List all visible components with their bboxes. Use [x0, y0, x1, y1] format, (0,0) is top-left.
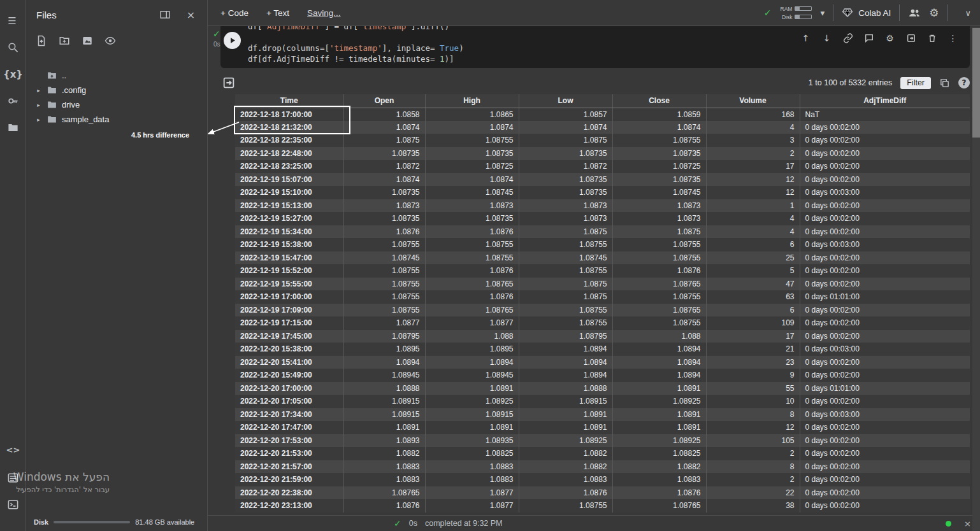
code-snippets-icon[interactable]: <> [6, 443, 20, 457]
table-row[interactable]: 2022-12-19 15:34:001.08761.08761.08751.0… [235, 225, 970, 239]
delete-cell-trash-icon[interactable] [926, 32, 937, 43]
table-row[interactable]: 2022-12-20 17:53:001.08931.089351.089251… [235, 434, 970, 448]
table-cell: 0 days 00:02:00 [800, 121, 970, 134]
table-row[interactable]: 2022-12-19 15:47:001.087451.087551.08745… [235, 251, 970, 265]
mount-drive-icon[interactable] [81, 34, 93, 46]
column-header-volume[interactable]: Volume [706, 94, 800, 108]
close-panel-icon[interactable]: × [185, 9, 197, 21]
table-row[interactable]: 2022-12-20 22:38:001.087651.08771.08761.… [235, 486, 970, 500]
code-line[interactable]: df[df.AdjTimeDiff != timedelta(minutes= … [248, 53, 970, 64]
table-row[interactable]: 2022-12-20 21:53:001.08821.088251.08821.… [235, 447, 970, 460]
collapse-header-icon[interactable]: ∨ [965, 8, 971, 18]
move-cell-up-icon[interactable]: ↑ [800, 32, 811, 43]
expand-arrow-icon[interactable]: ▸ [35, 102, 42, 108]
table-row[interactable]: 2022-12-18 22:35:001.08751.087551.08751.… [235, 134, 970, 147]
table-row[interactable]: 2022-12-20 17:05:001.089151.089251.08915… [235, 395, 970, 408]
column-header-close[interactable]: Close [612, 94, 706, 108]
table-row[interactable]: 2022-12-19 15:52:001.087551.08761.087551… [235, 264, 970, 278]
file-tree-item-config[interactable]: ▸.config [35, 83, 207, 97]
comment-icon[interactable] [863, 32, 874, 43]
column-header-time[interactable]: Time [235, 94, 343, 108]
code-cell[interactable]: df['AdjTimeDiff'] = df['timestamp'].diff… [220, 26, 970, 68]
table-row[interactable]: 2022-12-20 23:13:001.08761.08771.087551.… [235, 499, 970, 513]
table-row[interactable]: 2022-12-19 17:15:001.08771.08771.087551.… [235, 316, 970, 330]
search-icon[interactable] [6, 41, 20, 54]
table-row[interactable]: 2022-12-20 15:41:001.08941.08941.08941.0… [235, 356, 970, 369]
table-cell: 1.0876 [519, 486, 612, 500]
saving-status-link[interactable]: Saving... [307, 8, 341, 18]
table-row[interactable]: 2022-12-20 17:47:001.08911.08911.08911.0… [235, 421, 970, 434]
table-row[interactable]: 2022-12-19 15:07:001.08741.08741.087351.… [235, 173, 970, 187]
secrets-key-icon[interactable] [6, 94, 20, 108]
collapse-panel-icon[interactable] [159, 9, 171, 21]
table-of-contents-icon[interactable] [6, 14, 20, 27]
files-toolbar [26, 29, 207, 54]
colab-ai-button[interactable]: Colab AI [842, 7, 891, 18]
table-cell: 1.0874 [612, 121, 706, 134]
cell-settings-gear-icon[interactable]: ⚙ [884, 32, 895, 43]
column-header-open[interactable]: Open [343, 94, 425, 108]
main-area: + Code + Text Saving... ✓ RAM Disk ▾ [208, 0, 980, 531]
table-cell: 2 [706, 473, 800, 486]
variables-icon[interactable]: {x} [6, 67, 20, 81]
output-window-icon[interactable] [222, 76, 236, 90]
table-row[interactable]: 2022-12-20 21:57:001.08831.08831.08821.0… [235, 460, 970, 474]
move-cell-down-icon[interactable]: ↓ [821, 32, 832, 43]
file-tree-item-drive[interactable]: ▸drive [35, 97, 207, 112]
mirror-cell-icon[interactable] [905, 32, 916, 43]
expand-arrow-icon[interactable]: ▸ [35, 117, 42, 123]
table-cell: 1.08765 [425, 304, 519, 317]
upload-file-icon[interactable] [35, 34, 47, 46]
new-folder-icon[interactable] [58, 34, 70, 46]
more-actions-icon[interactable]: ⋮ [948, 32, 958, 43]
status-check-icon: ✓ [394, 518, 401, 528]
table-row[interactable]: 2022-12-20 21:59:001.08831.08831.08831.0… [235, 473, 970, 486]
table-row[interactable]: 2022-12-18 21:32:001.08741.08741.08741.0… [235, 121, 970, 134]
table-row[interactable]: 2022-12-19 17:00:001.087551.08761.08751.… [235, 290, 970, 304]
terminal-icon[interactable] [6, 471, 20, 485]
table-row[interactable]: 2022-12-19 15:38:001.087551.087551.08755… [235, 238, 970, 251]
table-cell: 1.0894 [612, 356, 706, 369]
file-tree-item-sample_data[interactable]: ▸sample_data [35, 112, 207, 127]
table-cell: 0 days 00:02:00 [800, 434, 970, 448]
table-row[interactable]: 2022-12-19 17:09:001.087551.087651.08755… [235, 304, 970, 317]
file-tree-item-[interactable]: .. [35, 68, 207, 83]
filter-button[interactable]: Filter [900, 77, 931, 89]
column-header-high[interactable]: High [425, 94, 519, 108]
share-people-icon[interactable] [908, 6, 921, 19]
table-row[interactable]: 2022-12-20 17:00:001.08881.08911.08881.0… [235, 382, 970, 395]
link-cell-icon[interactable] [842, 32, 853, 43]
table-row[interactable]: 2022-12-20 17:34:001.089151.089151.08911… [235, 408, 970, 421]
table-cell: 1.0874 [425, 121, 519, 134]
table-row[interactable]: 2022-12-18 22:48:001.087351.087351.08735… [235, 147, 970, 160]
table-row[interactable]: 2022-12-18 23:25:001.08721.087251.08721.… [235, 160, 970, 173]
help-icon[interactable]: ? [958, 77, 970, 88]
scrollbar-thumb[interactable] [972, 28, 980, 138]
table-row[interactable]: 2022-12-18 17:00:001.08581.08651.08571.0… [235, 108, 970, 121]
table-row[interactable]: 2022-12-19 15:13:001.08731.08731.08731.0… [235, 199, 970, 213]
table-row[interactable]: 2022-12-20 15:49:001.089451.089451.08941… [235, 369, 970, 382]
table-cell: 1.0857 [519, 108, 612, 121]
column-header-low[interactable]: Low [519, 94, 612, 108]
hidden-files-eye-icon[interactable] [104, 34, 116, 46]
column-header-adjtimediff[interactable]: AdjTimeDiff [800, 94, 970, 108]
table-cell: 0 days 00:02:00 [800, 499, 970, 513]
table-cell: 1.0876 [343, 499, 425, 513]
table-row[interactable]: 2022-12-19 15:10:001.087351.087451.08735… [235, 186, 970, 199]
vertical-scrollbar[interactable] [972, 27, 980, 531]
resource-meter[interactable]: RAM Disk [779, 6, 812, 20]
add-code-button[interactable]: + Code [220, 8, 249, 18]
table-row[interactable]: 2022-12-19 15:55:001.087551.087651.08751… [235, 278, 970, 291]
close-status-icon[interactable]: × [964, 519, 971, 528]
console-icon[interactable] [6, 498, 20, 511]
run-cell-button[interactable] [224, 32, 241, 49]
runtime-dropdown-icon[interactable]: ▾ [820, 8, 825, 18]
table-row[interactable]: 2022-12-19 17:45:001.087951.0881.087951.… [235, 330, 970, 343]
settings-gear-icon[interactable]: ⚙ [929, 6, 939, 19]
files-icon[interactable] [6, 121, 20, 134]
copy-table-icon[interactable] [939, 78, 950, 88]
expand-arrow-icon[interactable]: ▸ [35, 87, 42, 94]
table-row[interactable]: 2022-12-19 15:27:001.087351.087351.08731… [235, 212, 970, 225]
add-text-button[interactable]: + Text [266, 8, 289, 18]
table-row[interactable]: 2022-12-20 15:38:001.08951.08951.08941.0… [235, 343, 970, 356]
